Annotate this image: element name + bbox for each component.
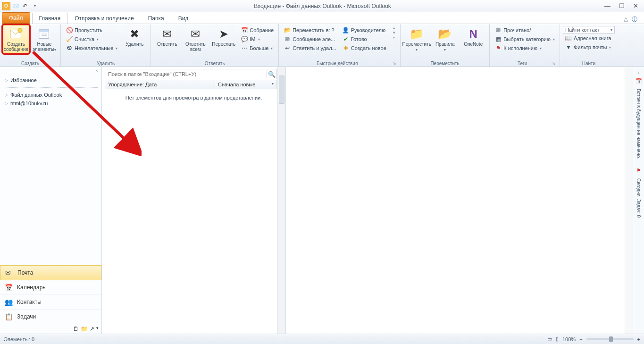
qat-dropdown-icon[interactable] [30,2,39,10]
quicksteps-up-icon[interactable]: ▲ [392,26,396,30]
todobar-flag-icon[interactable]: ⚑ [636,168,641,174]
search-icon[interactable]: 🔍 [266,71,276,78]
nav-favorites[interactable]: ▷Избранное [2,76,100,84]
delete-button[interactable]: ✖ Удалить [121,25,148,48]
sort-by-label[interactable]: Упорядочение: Дата [105,80,215,89]
tab-file[interactable]: Файл [2,12,30,24]
svg-point-1 [18,28,22,33]
new-email-button[interactable]: Создатьсообщение [3,25,29,53]
nav-tasks-button[interactable]: 📋Задачи [0,310,101,324]
undo-icon[interactable]: ↶ [21,2,29,10]
quickstep-2[interactable]: ✉Сообщение эле... [282,35,338,43]
delete-icon: ✖ [127,26,142,42]
ribbon-tabs: Файл Главная Отправка и получение Папка … [0,12,644,24]
create-new-icon: ✚ [342,44,350,52]
todobar-expand-icon[interactable]: ‹ [638,70,639,75]
find-contact-input[interactable]: Найти контакт▾ [563,26,615,34]
zoom-slider-thumb[interactable] [609,336,613,342]
quicksteps-dialog-icon[interactable]: ↘ [393,61,396,66]
tags-dialog-icon[interactable]: ↘ [552,61,556,66]
filter-icon: ▼ [565,43,572,51]
zoom-in-button[interactable]: + [637,336,640,342]
zoom-out-button[interactable]: − [579,336,582,342]
view-reading-icon[interactable]: ▯ [556,336,559,342]
quickstep-4[interactable]: ↩Ответить и удал... [282,44,338,52]
group-quicksteps: 📂Переместить в: ? ✉Сообщение эле... ↩Отв… [279,24,401,67]
todobar-calendar-icon[interactable]: 📅 [636,78,642,84]
new-items-icon [37,26,52,42]
view-normal-icon[interactable]: ▭ [547,336,552,342]
search-box[interactable]: 🔍 [105,69,277,79]
help-icon[interactable]: ⓘ [632,16,637,24]
quickstep-0[interactable]: 📂Переместить в: ? [282,26,338,34]
search-input[interactable] [105,71,266,77]
flag-icon: ⚑ [494,44,502,52]
sort-header[interactable]: Упорядочение: Дата Сначала новые▾ [105,80,277,89]
to-manager-icon: 👤 [342,26,350,34]
navpane-collapse-icon[interactable]: ‹ [0,67,101,73]
quickstep-5[interactable]: ✚Создать новое [340,44,389,52]
nav-mail-button[interactable]: ✉Почта [0,265,101,280]
group-delete-label: Удалить [64,60,148,67]
tab-home[interactable]: Главная [32,13,68,24]
nav-separator [4,87,98,88]
quickstep-1[interactable]: 👤Руководителю [340,26,389,34]
im-icon: 💬 [241,35,248,43]
ignore-button[interactable]: 🚫Пропустить [64,26,119,34]
move-button[interactable]: 📁 Переместить▾ [403,25,430,54]
send-receive-icon[interactable]: 📨 [11,2,20,10]
nav-folder-icon[interactable]: 📁 [81,326,88,332]
nav-notes-icon[interactable]: 🗒 [73,326,79,332]
onenote-button[interactable]: N OneNote [460,25,486,48]
nav-contacts-button[interactable]: 👥Контакты [0,295,101,310]
nav-datafile[interactable]: ▷Файл данных Outlook [2,91,100,99]
nav-calendar-button[interactable]: 📅Календарь [0,280,101,295]
sort-direction[interactable]: Сначала новые▾ [215,80,276,89]
moveto-icon: 📂 [284,26,291,34]
followup-button[interactable]: ⚑К исполнению [493,44,557,52]
reply-button[interactable]: ✉ Ответить [154,25,180,48]
group-move-label: Переместить [403,60,486,67]
im-button[interactable]: 💬IM [239,35,276,43]
group-delete: 🚫Пропустить 🧹Очистка 🛇Нежелательные ✖ Уд… [61,24,151,67]
reply-all-icon: ✉ [188,26,203,42]
ribbon-minimize-icon[interactable]: △ [624,16,628,24]
new-items-button[interactable]: Новыеэлементы▾ [31,25,58,54]
address-book-button[interactable]: 📖Адресная книга [563,34,615,42]
chevron-right-icon: ▷ [5,101,8,106]
cleanup-button[interactable]: 🧹Очистка [64,35,119,43]
new-email-icon [8,26,24,42]
list-scrollbar[interactable] [277,67,285,334]
tab-view[interactable]: Вид [171,13,196,24]
nav-shortcuts-icon[interactable]: ↗ [90,326,94,332]
meeting-icon: 📅 [241,26,248,34]
zoom-slider[interactable] [586,338,634,340]
group-tags: ✉Прочитано/ ▦Выбрать категорию ⚑К исполн… [490,24,560,67]
reading-scrollbar[interactable] [625,67,633,334]
rules-icon: 📂 [437,26,452,42]
reply-delete-icon: ↩ [284,44,291,52]
done-icon: ✔ [342,35,350,43]
scrollbar-thumb[interactable] [279,76,284,104]
quicksteps-down-icon[interactable]: ▼ [392,31,396,35]
close-button[interactable]: ✕ [633,2,638,9]
read-unread-button[interactable]: ✉Прочитано/ [493,26,557,34]
forward-button[interactable]: ➤ Переслать [210,25,237,48]
rules-button[interactable]: 📂 Правила▾ [432,25,458,54]
tab-folder[interactable]: Папка [141,13,171,24]
nav-account[interactable]: ▷html@10bukv.ru [2,99,100,108]
group-find: Найти контакт▾ 📖Адресная книга ▼Фильтр п… [560,24,618,67]
categorize-button[interactable]: ▦Выбрать категорию [493,35,557,43]
reply-all-button[interactable]: ✉ Ответитьвсем [182,25,209,53]
calendar-icon: 📅 [5,284,13,291]
junk-button[interactable]: 🛇Нежелательные [64,44,119,52]
filter-email-button[interactable]: ▼Фильтр почты [563,43,615,51]
minimize-button[interactable]: — [604,2,611,9]
quickstep-3[interactable]: ✔Готово [340,35,389,43]
nav-configure-icon[interactable]: ▾ [96,326,99,332]
more-respond-button[interactable]: ⋯Больше [239,44,276,52]
tab-sendreceive[interactable]: Отправка и получение [67,13,141,24]
maximize-button[interactable]: ☐ [619,2,625,9]
meeting-button[interactable]: 📅Собрание [239,26,276,34]
quicksteps-more-icon[interactable]: ▾ [393,35,395,40]
